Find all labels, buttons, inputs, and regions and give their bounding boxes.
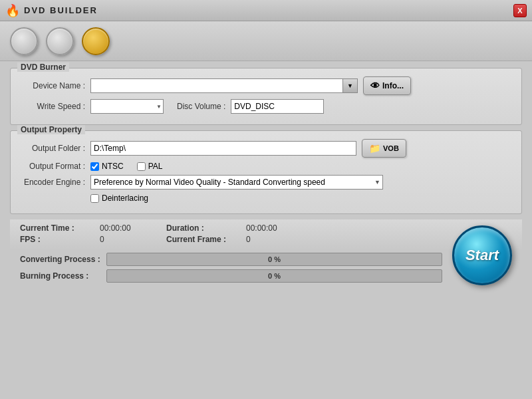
start-button[interactable]: Start: [452, 225, 512, 285]
progress-section: Converting Process : 0 % Burning Process…: [10, 250, 522, 289]
burning-progress-bar: 0 %: [106, 269, 442, 283]
deinterlacing-row: Deinterlacing: [90, 194, 513, 203]
write-speed-select[interactable]: [90, 99, 164, 114]
encoder-engine-label: Encoder Engine :: [19, 178, 85, 187]
toolbar-btn-3[interactable]: [82, 27, 110, 55]
toolbar-btn-2[interactable]: [46, 27, 74, 55]
encoder-engine-row: Encoder Engine : Preference by Normal Vi…: [19, 175, 513, 190]
fps-value: 0: [100, 235, 166, 244]
burning-progress-text: 0 %: [268, 272, 281, 280]
output-format-checkboxes: NTSC PAL: [90, 162, 162, 171]
bottom-area: Current Time : 00:00:00 Duration : 00:00…: [10, 219, 522, 295]
converting-label: Converting Process :: [20, 255, 106, 264]
toolbar-btn-1[interactable]: [10, 27, 38, 55]
fps-row: FPS : 0 Current Frame : 0: [20, 235, 512, 244]
deinterlacing-label: Deinterlacing: [102, 194, 148, 203]
main-content: DVD Burner Device Name : ▼ 👁 Info... Wri…: [0, 61, 532, 399]
fps-label: FPS :: [20, 235, 100, 244]
disc-volume-input[interactable]: DVD_DISC: [231, 99, 324, 114]
output-format-label: Output Format :: [19, 162, 85, 171]
burning-label: Burning Process :: [20, 271, 106, 281]
ntsc-checkbox-item[interactable]: NTSC: [90, 162, 124, 171]
output-folder-label: Output Folder :: [19, 144, 85, 153]
device-name-dropdown-btn[interactable]: ▼: [343, 78, 358, 93]
device-name-row: Device Name : ▼ 👁 Info...: [19, 76, 513, 95]
title-bar-left: 🔥 DVD BUILDER: [5, 3, 98, 18]
encoder-engine-wrapper: Preference by Normal Video Quality - Sta…: [90, 175, 383, 190]
device-name-label: Device Name :: [19, 81, 85, 90]
vob-button[interactable]: 📁 VOB: [362, 139, 406, 158]
device-name-control: ▼ 👁 Info...: [90, 76, 411, 95]
title-bar: 🔥 DVD BUILDER X: [0, 0, 532, 21]
burning-progress-row: Burning Process : 0 %: [20, 269, 512, 283]
current-time-value: 00:00:00: [100, 223, 166, 233]
disc-volume-label: Disc Volume :: [177, 102, 225, 111]
pal-label: PAL: [148, 162, 163, 171]
converting-progress-row: Converting Process : 0 %: [20, 253, 512, 266]
output-folder-input[interactable]: D:\Temp\: [90, 141, 356, 156]
flame-icon: 🔥: [5, 3, 20, 18]
info-button[interactable]: 👁 Info...: [363, 76, 411, 95]
output-folder-row: Output Folder : D:\Temp\ 📁 VOB: [19, 139, 513, 158]
write-speed-label: Write Speed :: [19, 102, 85, 111]
time-row: Current Time : 00:00:00 Duration : 00:00…: [20, 223, 512, 233]
current-time-label: Current Time :: [20, 223, 100, 233]
eye-icon: 👁: [370, 80, 380, 91]
write-speed-wrapper: [90, 99, 164, 114]
ntsc-label: NTSC: [102, 162, 124, 171]
dvd-burner-group: DVD Burner Device Name : ▼ 👁 Info... Wri…: [10, 68, 522, 125]
folder-icon: 📁: [369, 143, 380, 154]
pal-checkbox[interactable]: [137, 162, 146, 171]
duration-label: Duration :: [166, 223, 246, 233]
current-frame-value: 0: [246, 235, 313, 244]
ntsc-checkbox[interactable]: [90, 162, 99, 171]
converting-progress-text: 0 %: [268, 255, 281, 263]
pal-checkbox-item[interactable]: PAL: [137, 162, 163, 171]
deinterlacing-checkbox-item[interactable]: Deinterlacing: [90, 194, 148, 203]
encoder-engine-select[interactable]: Preference by Normal Video Quality - Sta…: [90, 175, 383, 190]
output-property-group: Output Property Output Folder : D:\Temp\…: [10, 130, 522, 214]
close-button[interactable]: X: [513, 4, 527, 17]
info-section: Current Time : 00:00:00 Duration : 00:00…: [10, 219, 522, 250]
app-title: DVD BUILDER: [24, 5, 98, 15]
current-frame-label: Current Frame :: [166, 235, 246, 244]
deinterlacing-checkbox[interactable]: [90, 194, 99, 203]
duration-value: 00:00:00: [246, 223, 313, 233]
output-property-title: Output Property: [17, 125, 85, 134]
toolbar: [0, 21, 532, 61]
dvd-burner-title: DVD Burner: [17, 63, 69, 72]
output-format-row: Output Format : NTSC PAL: [19, 162, 513, 171]
device-name-input[interactable]: [90, 78, 343, 93]
converting-progress-bar: 0 %: [106, 253, 442, 266]
write-speed-row: Write Speed : Disc Volume : DVD_DISC: [19, 99, 513, 114]
